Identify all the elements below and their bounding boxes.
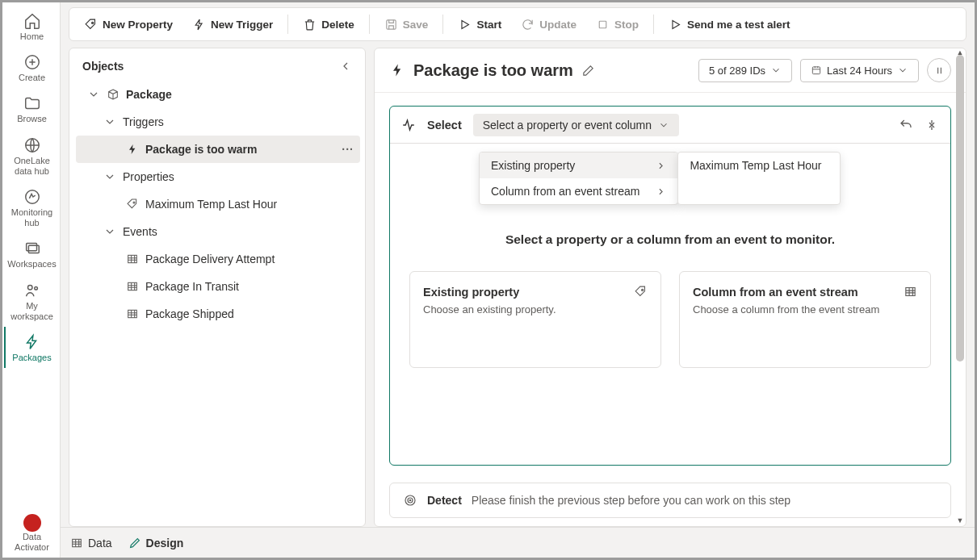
tag-icon (126, 198, 139, 211)
footer-tab-design[interactable]: Design (128, 537, 184, 550)
svg-point-15 (642, 289, 644, 290)
tree-label: Properties (123, 170, 174, 183)
select-step-label: Select (427, 119, 462, 132)
person-workspace-icon (23, 282, 41, 299)
tree-section-events[interactable]: Events (76, 218, 360, 245)
play-outline-icon (669, 18, 682, 31)
time-selector[interactable]: Last 24 Hours (800, 59, 919, 82)
delete-button[interactable]: Delete (295, 13, 363, 36)
svg-rect-14 (812, 67, 820, 74)
edit-icon[interactable] (581, 64, 595, 77)
rail-workspaces[interactable]: Workspaces (4, 233, 59, 274)
scrollbar[interactable]: ▲ ▼ (956, 55, 964, 518)
new-trigger-button[interactable]: New Trigger (184, 13, 281, 36)
rail-create[interactable]: Create (4, 47, 59, 88)
rail-browse[interactable]: Browse (4, 88, 59, 129)
select-placeholder: Select a property or a column from an ev… (390, 232, 950, 247)
select-dropdown[interactable]: Select a property or event column (473, 114, 679, 136)
flyout-label: Existing property (491, 159, 575, 172)
rail-label: Workspaces (7, 259, 56, 270)
new-trigger-label: New Trigger (211, 19, 273, 31)
rail-label: My workspace (6, 301, 59, 322)
card-column-event-stream[interactable]: Column from an event stream Choose a col… (679, 271, 931, 368)
select-card: Select Select a property or event column (389, 106, 951, 466)
svg-point-10 (133, 202, 135, 203)
rail-label: Home (20, 31, 44, 42)
home-icon (23, 12, 41, 30)
bolt-icon (389, 62, 405, 78)
rail-onelake[interactable]: OneLake data hub (4, 130, 59, 182)
save-button: Save (376, 13, 437, 36)
flyout-item-column[interactable]: Column from an event stream (480, 178, 677, 204)
rail-home[interactable]: Home (4, 6, 59, 47)
send-test-button[interactable]: Send me a test alert (660, 13, 799, 36)
tree-node-package[interactable]: Package (76, 81, 360, 108)
rail-label: Monitoring hub (6, 207, 59, 228)
tree-item-prop-max-temp[interactable]: Maximum Temp Last Hour (76, 190, 360, 218)
chevron-down-icon (103, 170, 116, 183)
detect-label: Detect (427, 494, 462, 507)
monitor-icon (23, 188, 41, 206)
flyout-item-existing[interactable]: Existing property (480, 153, 677, 178)
workspaces-icon (23, 240, 41, 257)
flyout-label: Column from an event stream (491, 185, 639, 198)
delete-label: Delete (321, 19, 354, 31)
svg-point-5 (27, 285, 32, 290)
compress-icon[interactable] (925, 118, 939, 132)
detect-bar: Detect Please finish the previous step b… (389, 483, 951, 518)
card-existing-property[interactable]: Existing property Choose an existing pro… (409, 271, 661, 368)
tree-label: Events (123, 225, 157, 238)
chevron-right-icon (656, 186, 666, 197)
svg-rect-11 (128, 255, 137, 262)
more-icon[interactable]: ··· (342, 143, 354, 156)
tree-item-trigger-too-warm[interactable]: Package is too warm ··· (76, 136, 360, 163)
ids-selector[interactable]: 5 of 289 IDs (698, 59, 792, 82)
undo-icon[interactable] (899, 118, 913, 132)
globe-icon (23, 136, 41, 154)
target-icon (403, 493, 417, 508)
save-label: Save (403, 19, 429, 31)
tree-item-event[interactable]: Package Shipped (76, 300, 360, 328)
rail-my-workspace[interactable]: My workspace (4, 275, 59, 327)
tree-section-properties[interactable]: Properties (76, 163, 360, 190)
tree-item-event[interactable]: Package In Transit (76, 273, 360, 300)
cube-icon (107, 88, 120, 101)
chevron-down-icon (103, 225, 116, 238)
table-icon (70, 537, 83, 550)
svg-point-2 (25, 190, 39, 204)
new-property-button[interactable]: New Property (76, 13, 181, 36)
footer-label: Design (146, 537, 184, 550)
time-label: Last 24 Hours (827, 65, 892, 77)
rail-packages[interactable]: Packages (4, 327, 59, 368)
footer-tab-data[interactable]: Data (70, 537, 112, 550)
data-activator-icon (23, 514, 41, 532)
trash-icon (303, 18, 317, 31)
table-icon (126, 280, 139, 293)
detect-message: Please finish the previous step before y… (472, 494, 790, 507)
stop-button: Stop (588, 13, 647, 36)
start-button[interactable]: Start (450, 13, 509, 36)
toolbar: New Property New Trigger Delete Save Sta… (69, 7, 967, 41)
svg-rect-13 (128, 310, 137, 317)
chevron-down-icon (103, 115, 116, 128)
chevron-down-icon (658, 119, 669, 131)
tree-label: Package (126, 88, 172, 101)
svg-point-6 (34, 286, 37, 290)
svg-point-18 (408, 498, 413, 503)
pen-icon (128, 537, 141, 550)
flyout-subitem[interactable]: Maximum Temp Last Hour (678, 153, 840, 178)
rail-label: Create (19, 73, 45, 83)
scroll-down-icon[interactable]: ▼ (956, 516, 964, 524)
tree-section-triggers[interactable]: Triggers (76, 108, 360, 136)
pause-button[interactable] (927, 58, 951, 82)
svg-rect-16 (906, 288, 915, 296)
objects-panel: Objects Package Triggers Pac (69, 48, 366, 527)
rail-data-activator[interactable]: Data Activator (4, 508, 59, 558)
refresh-icon (521, 18, 535, 31)
scroll-thumb[interactable] (956, 55, 964, 361)
tree-item-event[interactable]: Package Delivery Attempt (76, 245, 360, 273)
collapse-icon[interactable] (339, 60, 352, 73)
update-label: Update (539, 19, 577, 31)
footer: Data Design (61, 527, 975, 558)
rail-monitoring[interactable]: Monitoring hub (4, 182, 59, 233)
